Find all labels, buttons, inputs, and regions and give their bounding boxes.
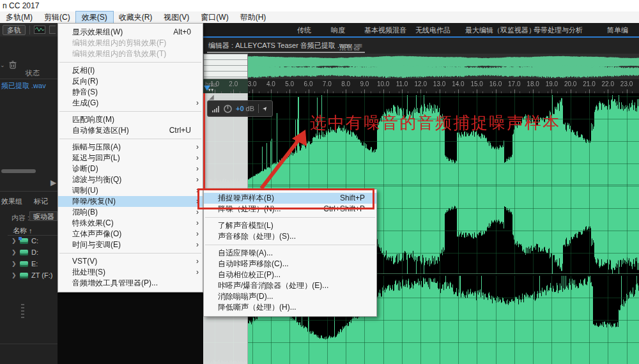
gain-hud[interactable]: +0 dB ➤ [207,100,273,117]
workspace-tab[interactable]: 响度 [331,26,345,35]
menu-item[interactable]: 生成(G)› [58,98,203,109]
gain-unit: dB [246,105,254,112]
trash-icon[interactable] [9,61,17,69]
ruler-tick-label: 14.0 [452,80,464,87]
file-list-item[interactable]: 频已提取 .wav [1,81,46,91]
expander-icon[interactable]: ❯ [12,272,17,278]
menu-item[interactable]: 调制(U)› [58,185,203,196]
overview-strip[interactable] [203,54,639,79]
hud-divider [258,104,259,113]
menu-item[interactable]: 降噪（处理）(N)...Ctrl+Shift+P [204,204,376,215]
tab-effects-rack[interactable]: 效果组 [1,197,22,206]
drive-row[interactable]: ❯C: [0,236,58,247]
workspace-tab[interactable]: 基本视频混音 [364,26,406,35]
menu-item-label: 降噪（处理）(N)... [218,204,281,213]
menu-item[interactable]: 混响(B)› [58,207,203,218]
menu-item[interactable]: 特殊效果(C)› [58,218,203,229]
menu-item[interactable]: 立体声声像(O)› [58,229,203,239]
ruler-tick-label: 13.0 [433,80,445,87]
menu-item[interactable]: 自动咔嗒声移除(C)... [204,259,376,269]
expander-icon[interactable]: ❯ [12,249,17,255]
workspace-tab[interactable]: 母带处理与分析 [534,26,583,35]
submenu-arrow-icon: › [196,207,199,218]
menu-item[interactable]: 振幅与压限(A)› [58,142,203,153]
menu-item-label: 自动修复选区(H) [72,126,129,135]
menu-item[interactable]: 时间与变调(E)› [58,239,203,250]
sort-arrow-icon: ↑ [29,227,33,234]
menu-item[interactable]: VST(V)› [58,256,203,267]
menu-item[interactable]: 消除嗡嗡声(D)... [204,291,376,302]
waveform-view-icon[interactable] [34,26,45,34]
files-dropdown-caret[interactable]: ⌄ [0,62,5,68]
menu-item[interactable]: 批处理(S)› [58,267,203,278]
selection-handle-icon[interactable]: ▾▾ [208,87,214,93]
panel-divider [0,344,58,344]
submenu-arrow-icon: › [196,163,199,174]
menu-item[interactable]: 延迟与回声(L)› [58,153,203,163]
submenu-arrow-icon: › [196,142,199,153]
play-button[interactable]: ▶ [50,178,56,187]
menu-item[interactable]: 匹配响度(M) [58,114,203,125]
expander-icon[interactable]: ❯ [12,261,17,267]
menu-item[interactable]: 捕捉噪声样本(B)Shift+P [204,193,376,204]
drive-row[interactable]: ❯ZT (F:) [0,270,58,282]
menu-item-label: 编辑效果组内的音轨效果(T) [72,49,166,58]
menu-separator [59,253,201,254]
ruler-tick-label: 4.0 [266,80,275,87]
menu-item[interactable]: 自动相位校正(P)... [204,269,376,280]
workspace-tab[interactable]: 无线电作品 [415,26,450,35]
view-toolbar: 多轨 [0,23,58,36]
menu-item[interactable]: 诊断(D)› [58,163,203,174]
menu-item-label: 特殊效果(C) [72,218,114,227]
collapse-triangle-icon[interactable]: ◢ [209,93,214,100]
drive-row[interactable]: ❯E: [0,259,58,270]
files-horizontal-scrollbar[interactable] [1,169,36,173]
menu-item[interactable]: 编辑效果组内的音轨效果(T) [58,49,203,59]
tab-mixer[interactable]: 混音器 [339,43,360,52]
menu-item[interactable]: 咔嗒声/爆音消除器（处理）(E)... [204,280,376,291]
menu-item[interactable]: 编辑效果组内的剪辑效果(F) [58,38,203,49]
menu-item[interactable]: 降低嘶声（处理）(H)... [204,302,376,313]
ruler-tick-label: 6.0 [304,80,313,87]
menu-item-label: 自动咔嗒声移除(C)... [218,259,289,268]
ruler-tick-label: 23.0 [620,80,633,87]
workspace-tab[interactable]: 传统 [297,26,311,35]
timeline-ruler[interactable]: hms ▾▾ 1.02.03.04.05.06.07.08.09.010.011… [203,79,639,93]
drive-row[interactable]: ❯D: [0,247,58,259]
gain-knob-icon[interactable] [224,105,232,113]
menu-item[interactable]: 声音移除（处理）(S)... [204,231,376,242]
menubar: 多轨(M)剪辑(C)效果(S)收藏夹(R)视图(V)窗口(W)帮助(H) [0,11,639,23]
menu-item[interactable]: 自适应降噪(A)... [204,248,376,259]
menubar-item[interactable]: 剪辑(C) [38,11,76,23]
menubar-item[interactable]: 窗口(W) [195,11,234,23]
spectral-view-icon[interactable] [49,26,56,34]
workspace-tab[interactable]: 最大编辑（双监视器） [465,26,535,35]
expander-icon[interactable]: ❯ [12,238,17,244]
column-header-status[interactable]: 状态 [26,68,40,78]
content-dropdown[interactable]: 驱动器 [29,211,58,221]
menu-item-label: 延迟与回声(L) [72,153,120,162]
splitter-grip[interactable] [21,304,24,318]
menubar-item[interactable]: 效果(S) [76,11,113,23]
overview-view-indicator[interactable] [203,54,248,79]
menu-item[interactable]: 音频增效工具管理器(P)... [58,278,203,289]
menubar-item[interactable]: 多轨(M) [0,11,38,23]
menu-item[interactable]: 显示效果组(W)Alt+0 [58,27,203,38]
workspace-tab[interactable]: 简单编 [607,26,628,35]
menu-item[interactable]: 静音(S) [58,87,203,98]
menu-item[interactable]: 滤波与均衡(Q)› [58,174,203,185]
menu-item[interactable]: 自动修复选区(H)Ctrl+U [58,125,203,136]
menubar-item[interactable]: 帮助(H) [235,11,272,23]
menu-item[interactable]: 反向(R) [58,76,203,87]
column-header-name[interactable]: 名称 ↑ [13,226,33,236]
menu-item-shortcut: Alt+0 [173,27,191,38]
menu-item[interactable]: 了解声音模型(L) [204,220,376,231]
menubar-item[interactable]: 收藏夹(R) [113,11,158,23]
menu-item[interactable]: 降噪/恢复(N)› [58,196,203,207]
hud-pin-icon[interactable]: ➤ [261,105,270,112]
menu-separator [59,111,201,112]
menubar-item[interactable]: 视图(V) [158,11,195,23]
tab-markers[interactable]: 标记 [34,197,48,206]
multitrack-button[interactable]: 多轨 [3,25,26,35]
menu-item[interactable]: 反相(I) [58,65,203,76]
